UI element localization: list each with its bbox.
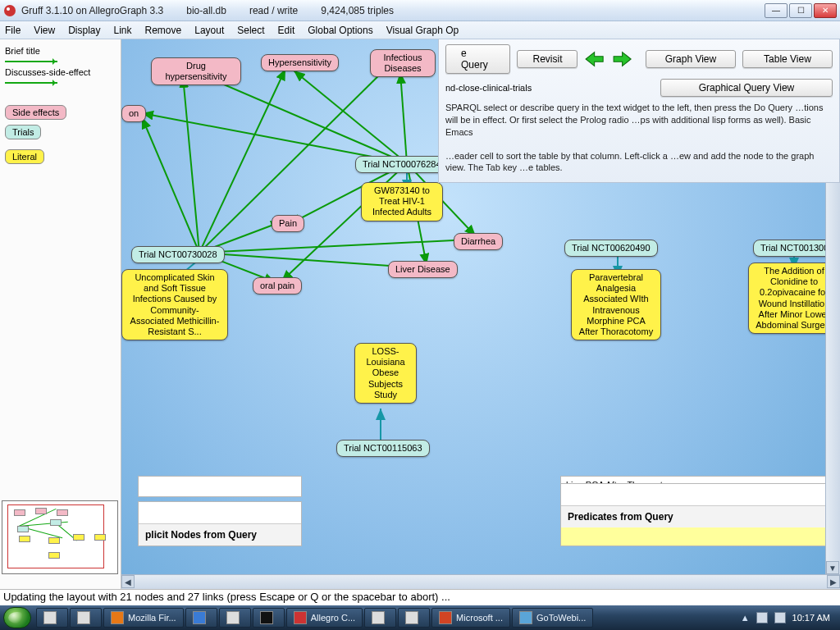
explicit-nodes-panel: plicit Nodes from Query bbox=[138, 501, 302, 546]
app-icon bbox=[43, 611, 57, 624]
forward-arrow-icon[interactable] bbox=[612, 50, 632, 68]
query-name-label: nd-close-clinical-trials bbox=[445, 83, 532, 93]
app-title: Gruff 3.1.10 on AllegroGraph 3.3 bbox=[21, 5, 163, 16]
node-gw873140[interactable]: GW873140 to Treat HIV-1 Infected Adults bbox=[361, 182, 443, 221]
taskbar-item-firefox[interactable]: Mozilla Fir... bbox=[103, 608, 184, 628]
start-button[interactable] bbox=[3, 607, 31, 628]
menu-remove[interactable]: Remove bbox=[145, 25, 182, 36]
menu-global-options[interactable]: Global Options bbox=[308, 25, 372, 36]
arrow-icon bbox=[5, 82, 57, 84]
revisit-button[interactable]: Revisit bbox=[517, 50, 578, 68]
node-trial-nct00620490[interactable]: Trial NCT00620490 bbox=[564, 240, 658, 257]
node-hypersensitivity[interactable]: Hypersensitivity bbox=[261, 54, 339, 71]
taskbar-item[interactable] bbox=[364, 608, 396, 628]
menu-edit[interactable]: Edit bbox=[278, 25, 295, 36]
close-button[interactable]: ✕ bbox=[814, 3, 837, 18]
svg-line-5 bbox=[400, 72, 407, 163]
db-file: bio-all.db bbox=[186, 5, 226, 16]
taskbar-item[interactable] bbox=[70, 608, 102, 628]
taskbar-item[interactable] bbox=[36, 608, 68, 628]
node-trial-nct00076284[interactable]: Trial NCT00076284 bbox=[355, 156, 449, 173]
tray-icon[interactable] bbox=[756, 612, 768, 623]
menu-layout[interactable]: Layout bbox=[194, 25, 224, 36]
svg-point-0 bbox=[4, 5, 16, 16]
taskbar-item-gotowebinar[interactable]: GoToWebi... bbox=[512, 608, 593, 628]
taskbar-item[interactable] bbox=[398, 608, 430, 628]
legend-brief-title: Brief title bbox=[5, 46, 116, 56]
node-trial-nct00730028[interactable]: Trial NCT00730028 bbox=[131, 246, 225, 263]
svg-line-16 bbox=[199, 253, 413, 267]
menu-display[interactable]: Display bbox=[68, 25, 100, 36]
node-trial-nct00115063[interactable]: Trial NCT00115063 bbox=[336, 440, 430, 457]
svg-line-17 bbox=[199, 240, 470, 253]
svg-line-2 bbox=[294, 71, 407, 163]
legend-side-effects[interactable]: Side effects bbox=[5, 105, 66, 120]
legend-trials[interactable]: Trials bbox=[5, 125, 41, 139]
taskbar-item[interactable] bbox=[185, 608, 217, 628]
menu-view[interactable]: View bbox=[34, 25, 55, 36]
explicit-nodes-row-fragment bbox=[138, 476, 302, 497]
mode-label: read / write bbox=[249, 5, 298, 16]
graph-view-button[interactable]: Graph View bbox=[646, 50, 736, 68]
node-pain[interactable]: Pain bbox=[272, 215, 304, 232]
scroll-right-icon[interactable]: ▶ bbox=[827, 575, 840, 588]
taskbar-item[interactable] bbox=[253, 608, 285, 628]
main-area: Brief title Discusses-side-effect Side e… bbox=[0, 39, 840, 589]
node-liver-disease[interactable]: Liver Disease bbox=[388, 261, 458, 278]
svg-line-11 bbox=[183, 76, 199, 253]
help-text-2: …eader cell to sort the table by that co… bbox=[445, 150, 833, 175]
do-query-button[interactable]: e Query bbox=[445, 44, 510, 74]
minimize-button[interactable]: — bbox=[765, 3, 788, 18]
status-bar: Updating the layout with 21 nodes and 27… bbox=[0, 589, 840, 605]
app-icon bbox=[77, 611, 90, 624]
menu-select[interactable]: Select bbox=[237, 25, 264, 36]
triple-count: 9,424,085 triples bbox=[321, 5, 394, 16]
menu-bar: File View Display Link Remove Layout Sel… bbox=[0, 21, 840, 39]
arrow-icon bbox=[5, 61, 57, 62]
app-icon bbox=[3, 4, 16, 17]
legend-discusses: Discusses-side-effect bbox=[5, 67, 116, 77]
tray-chevron-icon[interactable]: ▲ bbox=[741, 613, 750, 623]
app-icon bbox=[372, 611, 385, 624]
menu-link[interactable]: Link bbox=[114, 25, 132, 36]
svg-line-3 bbox=[195, 72, 407, 163]
node-diarrhea[interactable]: Diarrhea bbox=[454, 233, 503, 250]
menu-file[interactable]: File bbox=[5, 25, 21, 36]
legend-discusses-label: Discusses-side-effect bbox=[5, 67, 90, 77]
scroll-down-icon[interactable]: ▼ bbox=[826, 561, 839, 574]
graph-canvas[interactable]: Hypersensitivity Infectious Diseases Dru… bbox=[121, 39, 840, 589]
canvas-horizontal-scrollbar[interactable]: ◀ ▶ bbox=[121, 574, 840, 589]
node-infectious[interactable]: Infectious Diseases bbox=[370, 49, 436, 77]
legend-literal[interactable]: Literal bbox=[5, 149, 44, 164]
table-view-button[interactable]: Table View bbox=[742, 50, 833, 68]
taskbar-item[interactable] bbox=[219, 608, 251, 628]
system-tray[interactable]: ▲ 10:17 AM bbox=[734, 612, 837, 623]
minimap[interactable] bbox=[2, 500, 118, 574]
help-text-1: SPARQL select or describe query in the t… bbox=[445, 102, 833, 139]
node-uncomplicated-skin[interactable]: Uncomplicated Skin and Soft Tissue Infec… bbox=[121, 269, 228, 340]
taskbar-item-allegro[interactable]: Allegro C... bbox=[286, 608, 363, 628]
ie-icon bbox=[193, 611, 206, 624]
clock[interactable]: 10:17 AM bbox=[792, 613, 830, 623]
menu-visual-graph[interactable]: Visual Graph Op bbox=[386, 25, 459, 36]
node-loss-study[interactable]: LOSS- Louisiana Obese Subjects Study bbox=[354, 343, 417, 404]
node-oral-pain[interactable]: oral pain bbox=[253, 277, 302, 294]
app-icon bbox=[405, 611, 418, 624]
explicit-nodes-header[interactable]: plicit Nodes from Query bbox=[139, 523, 301, 546]
query-toolbar: e Query Revisit Graph View Table View nd… bbox=[438, 39, 840, 183]
node-fragment-on[interactable]: on bbox=[121, 105, 146, 122]
maximize-button[interactable]: ☐ bbox=[789, 3, 812, 18]
graphical-query-view-button[interactable]: Graphical Query View bbox=[660, 79, 833, 97]
scroll-left-icon[interactable]: ◀ bbox=[121, 575, 135, 588]
window-titlebar: Gruff 3.1.10 on AllegroGraph 3.3 bio-all… bbox=[0, 0, 840, 21]
firefox-icon bbox=[111, 611, 124, 624]
back-arrow-icon[interactable] bbox=[584, 50, 605, 68]
predicates-body bbox=[561, 527, 837, 546]
app-icon bbox=[226, 611, 240, 624]
svg-point-1 bbox=[7, 7, 10, 11]
predicates-header[interactable]: Predicates from Query bbox=[561, 505, 837, 527]
taskbar-item-powerpoint[interactable]: Microsoft ... bbox=[431, 608, 510, 628]
node-drug-hypersensitivity[interactable]: Drug hypersensitivity bbox=[151, 57, 241, 85]
tray-icon[interactable] bbox=[774, 612, 786, 623]
node-paravertebral[interactable]: Paravertebral Analgesia Associated WIth … bbox=[571, 269, 661, 340]
